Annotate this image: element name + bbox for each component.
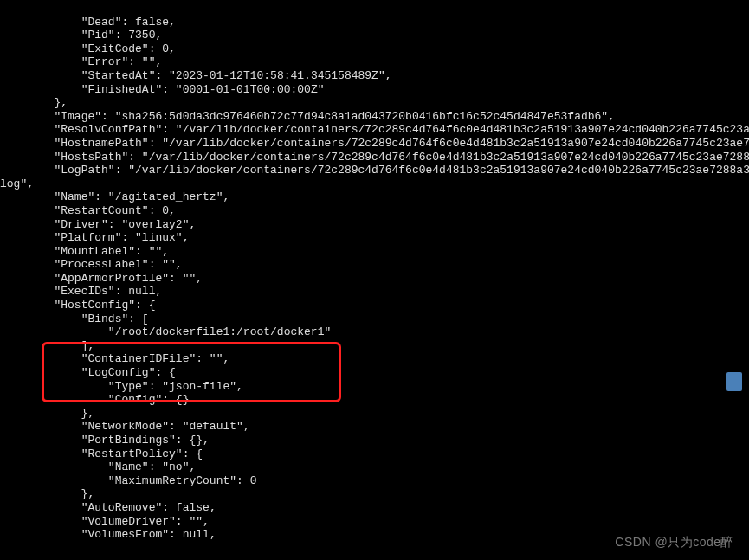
key-hostname: "HostnamePath" [54, 137, 148, 150]
val-volumesfrom: null [183, 528, 210, 541]
val-error: "" [142, 55, 156, 68]
val-finishedat: "0001-01-01T00:00:00Z" [176, 83, 325, 96]
key-platform: "Platform" [54, 231, 121, 244]
key-logpath: "LogPath" [54, 164, 114, 177]
key-mountlabel: "MountLabel" [54, 245, 135, 258]
key-resolv: "ResolvConfPath" [54, 123, 162, 136]
val-volumedriver: "" [189, 515, 203, 528]
key-processlabel: "ProcessLabel" [54, 258, 148, 271]
binds-open: [ [142, 312, 149, 325]
key-volumedriver: "VolumeDriver" [81, 515, 176, 528]
key-volumesfrom: "VolumesFrom" [81, 528, 169, 541]
key-hosts: "HostsPath" [54, 151, 128, 164]
key-restartpolicy: "RestartPolicy": { [81, 447, 203, 460]
key-error: "Error" [81, 55, 129, 68]
val-execids: null [128, 285, 155, 298]
scrollbar-thumb[interactable] [726, 372, 742, 391]
val-processlabel: "" [162, 258, 176, 271]
val-maxretry: 0 [250, 474, 257, 487]
val-restartcount: 0 [162, 204, 169, 217]
key-binds: "Binds" [81, 312, 129, 325]
json-output: "Dead": false, "Pid": 7350, "ExitCode": … [0, 16, 749, 542]
log-trail: log", [0, 177, 34, 190]
key-finishedat: "FinishedAt" [81, 83, 163, 96]
key-containeridfile: "ContainerIDFile" [81, 352, 197, 365]
val-apparmor: "" [183, 272, 197, 285]
val-exitcode: 0 [162, 42, 169, 55]
val-containeridfile: "" [210, 352, 223, 365]
key-logconfig: "LogConfig": { [81, 366, 176, 379]
val-dead: false [135, 16, 169, 29]
key-rp-name: "Name" [108, 460, 149, 473]
val-image: "sha256:5d0da3dc976460b72c77d94c8a1ad043… [115, 110, 609, 123]
key-hostconfig: "HostConfig": { [54, 299, 155, 312]
key-dead: "Dead" [81, 16, 122, 29]
key-maxretry: "MaximumRetryCount" [108, 474, 236, 487]
val-resolv: "/var/lib/docker/containers/72c289c4d764… [176, 123, 749, 136]
val-rp-name: "no" [162, 460, 189, 473]
val-mountlabel: "" [149, 245, 163, 258]
key-autoremove: "AutoRemove" [81, 501, 163, 514]
key-pid: "Pid" [81, 29, 115, 42]
val-type: "json-file" [162, 380, 236, 393]
key-image: "Image" [54, 110, 101, 123]
key-apparmor: "AppArmorProfile" [54, 272, 169, 285]
key-portbindings: "PortBindings" [81, 434, 176, 447]
val-platform: "linux" [135, 231, 183, 244]
key-exitcode: "ExitCode" [81, 42, 149, 55]
key-networkmode: "NetworkMode" [81, 420, 169, 433]
val-networkmode: "default" [183, 420, 243, 433]
val-logpath: "/var/lib/docker/containers/72c289c4d764… [128, 164, 749, 177]
terminal-output: "Dead": false, "Pid": 7350, "ExitCode": … [0, 2, 749, 555]
val-autoremove: false [176, 501, 210, 514]
key-driver: "Driver" [54, 218, 107, 231]
val-startedat: "2023-01-12T10:58:41.345158489Z" [169, 69, 385, 82]
key-restartcount: "RestartCount" [54, 204, 148, 217]
watermark-text: CSDN @只为code醉 [615, 535, 733, 550]
key-startedat: "StartedAt" [81, 69, 156, 82]
val-name: "/agitated_hertz" [108, 190, 223, 203]
binds-close: ], [81, 339, 95, 352]
key-execids: "ExecIDs" [54, 285, 114, 298]
val-config: {} [176, 393, 190, 406]
binds-item: "/root/dockerfile1:/root/docker1" [108, 325, 331, 338]
val-hosts: "/var/lib/docker/containers/72c289c4d764… [142, 151, 749, 164]
val-hostname: "/var/lib/docker/containers/72c289c4d764… [162, 137, 749, 150]
key-name: "Name" [54, 190, 94, 203]
val-portbindings: {} [189, 434, 203, 447]
val-driver: "overlay2" [121, 218, 189, 231]
key-type: "Type" [108, 380, 149, 393]
val-pid: 7350 [128, 29, 155, 42]
key-config: "Config" [108, 393, 162, 406]
